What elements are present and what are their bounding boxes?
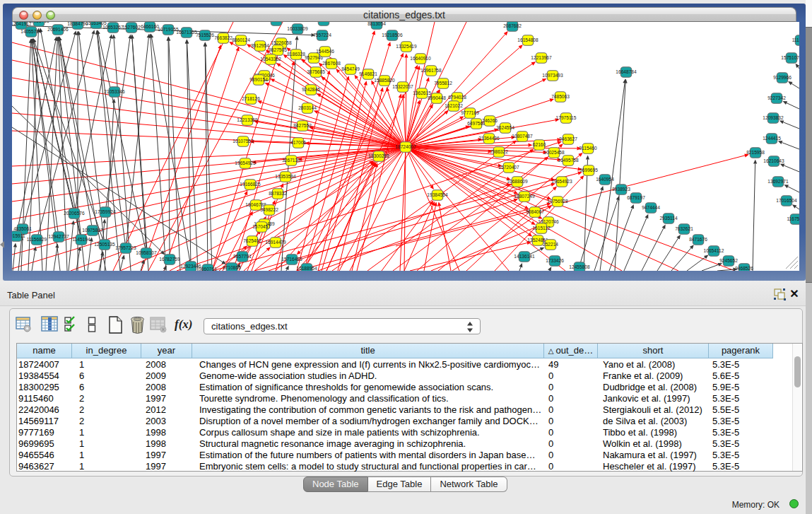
outer-scrollbar[interactable] (806, 0, 812, 514)
table-selector-dropdown[interactable]: citations_edges.txt (204, 318, 481, 334)
network-canvas[interactable]: 1204191714055714190557132069140618384790… (12, 22, 799, 271)
graph-node[interactable]: 16154808 (517, 35, 539, 46)
graph-node[interactable]: 1112447 (792, 35, 799, 46)
table-row[interactable]: 1872400712008Changes of HCN gene express… (17, 359, 773, 370)
graph-node[interactable]: 19654923 (551, 177, 572, 187)
float-panel-icon[interactable] (774, 288, 786, 300)
graph-node[interactable]: 7632621 (675, 224, 693, 235)
graph-node[interactable]: 1244415 (763, 134, 781, 144)
graph-node[interactable]: 10756928 (547, 197, 568, 207)
table-row[interactable]: 946554611997Estimation of the future num… (17, 450, 773, 461)
table-row[interactable]: 946362711997Embryonic stem cells: a mode… (17, 461, 773, 472)
graph-node[interactable]: 9699695 (579, 165, 598, 176)
graph-node[interactable]: 8186328 (287, 49, 305, 60)
tab-edge-table[interactable]: Edge Table (368, 477, 432, 492)
graph-node[interactable]: 746266 (482, 116, 498, 127)
graph-node[interactable]: 17359924 (95, 207, 116, 218)
graph-node[interactable]: 9115460 (579, 144, 597, 154)
graph-node[interactable]: 6466160 (141, 22, 159, 32)
graph-node[interactable]: 16640910 (410, 54, 431, 64)
graph-node[interactable]: 12455808 (569, 262, 590, 271)
graph-node[interactable]: 7485063 (551, 92, 570, 103)
graph-node[interactable]: 9468526 (735, 264, 753, 271)
select-rows-icon[interactable] (64, 316, 78, 333)
graph-node[interactable]: 15751074 (781, 53, 799, 64)
graph-node[interactable]: 20691406 (47, 25, 69, 35)
graph-node[interactable]: 2718126 (242, 94, 260, 105)
graph-node[interactable]: 3624554 (496, 123, 514, 134)
column-header-pagerank[interactable]: pagerank (709, 344, 773, 358)
graph-node[interactable]: 12213967 (531, 53, 552, 64)
graph-node[interactable]: 7955812 (434, 78, 452, 89)
graph-node[interactable]: 12505135 (94, 240, 115, 250)
graph-node[interactable]: 16945322 (266, 22, 287, 25)
graph-node[interactable]: 19654925 (235, 158, 256, 169)
graph-node[interactable]: 17016504 (776, 196, 797, 206)
memory-status-indicator[interactable] (789, 499, 799, 508)
table-settings-icon[interactable] (16, 316, 32, 333)
graph-node[interactable]: 10025458 (543, 148, 565, 158)
graph-node[interactable]: 2935114 (659, 214, 678, 224)
graph-node[interactable]: 7557224 (313, 30, 331, 41)
graph-node[interactable]: 8454749 (341, 64, 360, 75)
network-window-titlebar[interactable]: citations_edges.txt (12, 7, 796, 22)
graph-node[interactable]: 10543362 (260, 54, 281, 65)
graph-node[interactable]: 20206576 (64, 209, 85, 219)
graph-node[interactable]: 19055713 (28, 22, 49, 26)
function-builder-icon[interactable]: f(x) (175, 317, 192, 332)
graph-node[interactable]: 9245652 (719, 256, 738, 267)
graph-node[interactable]: 7625402 (243, 236, 261, 247)
table-row[interactable]: 1938455462009Genome-wide association stu… (17, 370, 773, 382)
graph-node[interactable]: 16188954 (296, 264, 317, 271)
close-panel-icon[interactable]: ✕ (789, 288, 800, 300)
graph-node[interactable]: 16648784 (616, 67, 637, 78)
graph-node[interactable]: 62160 (533, 140, 546, 151)
window-resize-grip[interactable] (786, 257, 798, 269)
graph-node[interactable]: 17975115 (556, 113, 577, 124)
graph-node[interactable]: 19384554 (427, 190, 448, 201)
graph-node[interactable]: 15720407 (498, 163, 519, 173)
tab-network-table[interactable]: Network Table (431, 477, 507, 492)
graph-node[interactable]: 10975867 (82, 226, 103, 236)
graph-node[interactable]: 16671355 (176, 28, 197, 38)
table-row[interactable]: 977716911998Corpus callosum shape and si… (17, 427, 773, 438)
graph-node[interactable]: 8471676 (689, 235, 707, 245)
graph-node[interactable]: 8878332 (269, 189, 287, 199)
column-header-name[interactable]: name (17, 344, 72, 358)
graph-node[interactable]: 3875685 (307, 67, 325, 78)
new-document-icon[interactable] (108, 316, 123, 334)
graph-node[interactable]: 8860124 (232, 35, 250, 46)
table-row[interactable]: 2242004622012Investigating the contribut… (17, 404, 773, 416)
import-table-disabled-icon[interactable] (150, 316, 167, 333)
graph-node[interactable]: 16033809 (287, 24, 308, 35)
graph-node[interactable]: 9474444 (642, 203, 660, 214)
select-columns-icon[interactable] (41, 316, 59, 333)
panel-collapse-arrow-icon[interactable] (0, 241, 4, 248)
table-row[interactable]: 1456911722003Disruption of a novel membe… (17, 416, 773, 427)
graph-node[interactable]: 10807487 (512, 132, 533, 142)
row-height-icon[interactable] (88, 316, 96, 333)
graph-node[interactable]: 19218506 (382, 30, 403, 41)
graph-node[interactable]: 2087682 (503, 22, 522, 31)
graph-node[interactable]: 18033811 (314, 22, 334, 25)
graph-node[interactable]: 6879197 (627, 193, 645, 204)
column-header-year[interactable]: year (141, 344, 192, 358)
table-row[interactable]: 969969511998Structural magnetic resonanc… (17, 438, 773, 450)
scrollbar-thumb[interactable] (794, 356, 801, 387)
graph-node[interactable]: 8813054 (367, 22, 386, 29)
graph-node[interactable]: 1167533 (787, 214, 799, 225)
graph-node[interactable]: 8912954 (251, 41, 269, 52)
node-table[interactable]: namein_degreeyeartitle△out_de…shortpager… (16, 343, 803, 472)
column-header-in_degree[interactable]: in_degree (72, 344, 141, 358)
graph-node[interactable]: 9129966 (773, 73, 792, 83)
graph-node[interactable]: 16782759 (159, 255, 180, 265)
delete-icon[interactable] (129, 316, 146, 334)
graph-node[interactable]: 9227342 (767, 93, 786, 104)
column-header-out_de[interactable]: △out_de… (544, 344, 598, 358)
graph-node[interactable]: 21364436 (478, 134, 500, 144)
graph-node[interactable]: 417006 (290, 138, 306, 148)
graph-node[interactable]: 1145194 (72, 235, 90, 245)
column-header-short[interactable]: short (598, 344, 709, 358)
graph-node[interactable]: 8427552 (293, 121, 312, 132)
table-row[interactable]: 911546021997Tourette syndrome. Phenomeno… (17, 393, 773, 404)
